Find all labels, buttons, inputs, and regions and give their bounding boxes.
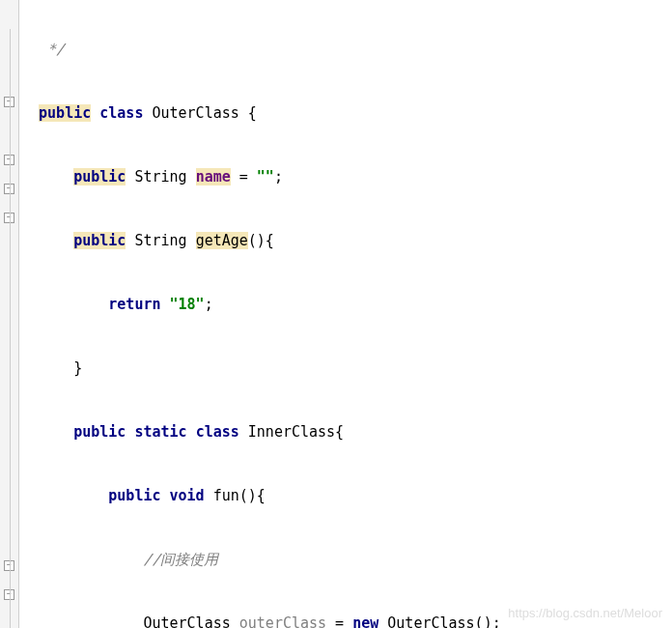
method-name: getAge [196, 232, 248, 249]
gutter-row [0, 290, 18, 319]
gutter-row [0, 261, 18, 290]
gutter-row [0, 232, 18, 261]
text [161, 296, 170, 313]
gutter-row [0, 58, 18, 87]
gutter-row [0, 348, 18, 377]
text: ; [274, 168, 283, 186]
class-name: InnerClass{ [239, 423, 344, 441]
gutter-row [0, 319, 18, 348]
text: = [326, 614, 352, 628]
text: String [126, 232, 195, 249]
code-line: public String name = ""; [21, 162, 672, 191]
gutter-row: − [0, 174, 18, 203]
code-line: public void fun(){ [21, 481, 672, 510]
text: String [126, 168, 195, 186]
keyword-static: static [134, 423, 186, 441]
method-name: fun(){ [205, 487, 266, 504]
keyword-class: class [196, 423, 239, 441]
text: OuterClass(); [378, 614, 500, 628]
keyword-class: class [99, 104, 143, 122]
gutter-row [0, 522, 18, 551]
keyword-void: void [170, 487, 205, 504]
text: OuterClass [143, 614, 238, 628]
gutter-row [0, 406, 18, 435]
text: ; [205, 296, 213, 313]
keyword-public: public [73, 168, 126, 186]
code-line: //间接使用 [21, 545, 672, 574]
watermark: https://blog.csdn.net/Meloor [508, 606, 662, 620]
keyword-public: public [73, 232, 126, 249]
code-area[interactable]: */ public class OuterClass { public Stri… [19, 0, 672, 628]
string-literal: "18" [170, 296, 205, 313]
gutter-row: − [0, 580, 18, 609]
brace: } [73, 359, 82, 377]
code-line: } [21, 354, 672, 383]
text: = [231, 168, 257, 186]
text: { [239, 104, 257, 122]
gutter-row [0, 493, 18, 522]
code-line: public class OuterClass { [21, 99, 672, 128]
gutter: − − − − − − [0, 0, 19, 628]
code-line: public String getAge(){ [21, 226, 672, 255]
code-line: return "18"; [21, 290, 672, 319]
gutter-row: − [0, 145, 18, 174]
text: (){ [248, 232, 274, 249]
gutter-row [0, 377, 18, 406]
gutter-row [0, 0, 18, 29]
gutter-row [0, 116, 18, 145]
keyword-new: new [352, 614, 378, 628]
string-literal: "" [257, 168, 274, 186]
code-line: public static class InnerClass{ [21, 417, 672, 446]
gutter-row [0, 464, 18, 493]
keyword-public: public [39, 104, 91, 122]
code-line: */ [21, 35, 672, 64]
gutter-row [0, 29, 18, 58]
comment-end: */ [47, 41, 65, 58]
keyword-public: public [108, 487, 160, 504]
code-editor: − − − − − − */ public class OuterClass {… [0, 0, 672, 628]
variable: outerClass [239, 614, 326, 628]
keyword-public: public [73, 423, 126, 441]
gutter-row [0, 609, 18, 628]
gutter-row [0, 435, 18, 464]
gutter-row: − [0, 203, 18, 232]
comment: //间接使用 [143, 551, 218, 568]
keyword-return: return [108, 296, 160, 313]
gutter-row: − [0, 87, 18, 116]
gutter-row: − [0, 551, 18, 580]
field-name: name [196, 168, 231, 186]
class-name: OuterClass [152, 104, 238, 122]
